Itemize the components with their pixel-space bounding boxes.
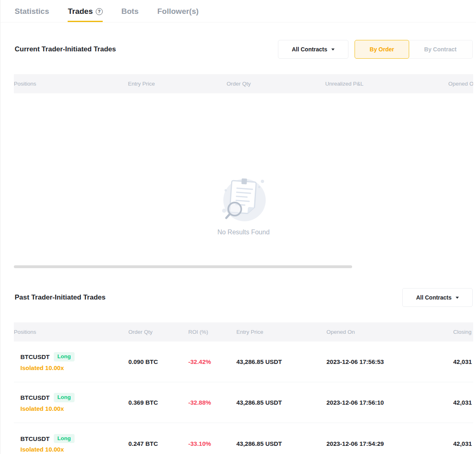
entry-price-cell: 43,286.85 USDT	[236, 399, 326, 406]
symbol: BTCUSDT	[20, 435, 50, 442]
column-header: Positions	[14, 81, 128, 87]
symbol: BTCUSDT	[20, 353, 50, 360]
opened-on-cell: 2023-12-06 17:56:53	[326, 358, 453, 365]
section-title-past: Past Trader-Initiated Trades	[15, 293, 106, 302]
tab-trades[interactable]: Trades ?	[68, 7, 102, 22]
tab-label: Follower(s)	[157, 7, 198, 16]
current-trades-table: PositionsEntry PriceOrder QtyUnrealized …	[14, 74, 473, 265]
tab-statistics[interactable]: Statistics	[15, 7, 49, 22]
entry-price-cell: 43,286.85 USDT	[236, 358, 326, 365]
current-trades-table-header: PositionsEntry PriceOrder QtyUnrealized …	[14, 74, 473, 93]
past-trades-table-header: PositionsOrder QtyROI (%)Entry PriceOpen…	[14, 322, 473, 342]
order-qty-cell: 0.247 BTC	[128, 440, 188, 447]
by-contract-button[interactable]: By Contract	[408, 40, 473, 59]
closing-price-cell: 42,031	[453, 399, 473, 406]
contracts-filter-dropdown[interactable]: All Contracts	[278, 40, 348, 59]
opened-on-cell: 2023-12-06 17:56:10	[326, 399, 453, 406]
column-header: Unrealized P&L	[325, 81, 448, 87]
position-cell: BTCUSDT Long Isolated 10.00x	[14, 393, 128, 412]
entry-price-cell: 43,286.85 USDT	[236, 440, 326, 447]
column-header: Closing Price	[453, 329, 473, 335]
empty-state: No Results Found	[14, 93, 473, 265]
symbol: BTCUSDT	[20, 394, 50, 401]
contracts-filter-value: All Contracts	[416, 294, 452, 301]
roi-cell: -33.10%	[188, 440, 236, 447]
opened-on-cell: 2023-12-06 17:54:29	[326, 440, 453, 447]
tab-bots[interactable]: Bots	[121, 7, 139, 22]
roi-cell: -32.88%	[188, 399, 236, 406]
column-header: Order Qty	[128, 329, 188, 335]
margin-leverage: Isolated 10.00x	[20, 446, 128, 453]
margin-leverage: Isolated 10.00x	[20, 405, 128, 412]
horizontal-scrollbar[interactable]	[14, 265, 352, 268]
margin-leverage: Isolated 10.00x	[20, 364, 128, 371]
closing-price-cell: 42,031	[453, 440, 473, 447]
tab-label: Statistics	[15, 7, 49, 16]
position-cell: BTCUSDT Long Isolated 10.00x	[14, 352, 128, 371]
view-toggle: By Order By Contract	[355, 40, 473, 59]
roi-cell: -32.42%	[188, 358, 236, 365]
profile-tab-bar: Statistics Trades ? Bots Follower(s)	[0, 0, 476, 22]
column-header: Positions	[14, 329, 128, 335]
column-header: Opened On	[326, 329, 453, 335]
order-qty-cell: 0.090 BTC	[128, 358, 188, 365]
order-qty-cell: 0.369 BTC	[128, 399, 188, 406]
column-header: ROI (%)	[188, 329, 236, 335]
past-trades-table-body: BTCUSDT Long Isolated 10.00x 0.090 BTC -…	[14, 342, 473, 454]
column-header: Opened On	[448, 81, 473, 87]
table-row: BTCUSDT Long Isolated 10.00x 0.247 BTC -…	[14, 423, 473, 454]
position-cell: BTCUSDT Long Isolated 10.00x	[14, 434, 128, 453]
chevron-down-icon	[456, 297, 459, 299]
tab-label: Trades	[68, 7, 93, 16]
section-title-current: Current Trader-Initiated Trades	[15, 45, 116, 53]
past-trades-table: PositionsOrder QtyROI (%)Entry PriceOpen…	[14, 322, 473, 454]
contracts-filter-value: All Contracts	[292, 46, 327, 53]
column-header: Entry Price	[128, 81, 227, 87]
by-order-button[interactable]: By Order	[355, 40, 409, 59]
no-results-text: No Results Found	[217, 229, 269, 236]
tab-label: Bots	[121, 7, 139, 16]
closing-price-cell: 42,031	[453, 358, 473, 365]
tab-followers[interactable]: Follower(s)	[157, 7, 198, 22]
no-results-illustration	[217, 173, 271, 225]
table-row: BTCUSDT Long Isolated 10.00x 0.369 BTC -…	[14, 382, 473, 423]
side-badge: Long	[54, 352, 75, 361]
current-trades-header: Current Trader-Initiated Trades All Cont…	[15, 40, 473, 59]
contracts-filter-dropdown-past[interactable]: All Contracts	[402, 288, 473, 307]
chevron-down-icon	[331, 48, 335, 51]
table-row: BTCUSDT Long Isolated 10.00x 0.090 BTC -…	[14, 342, 473, 382]
past-trades-header: Past Trader-Initiated Trades All Contrac…	[15, 288, 473, 307]
column-header: Order Qty	[227, 81, 325, 87]
column-header: Entry Price	[236, 329, 326, 335]
side-badge: Long	[54, 434, 75, 443]
side-badge: Long	[54, 393, 75, 402]
question-mark-icon[interactable]: ?	[96, 8, 103, 15]
